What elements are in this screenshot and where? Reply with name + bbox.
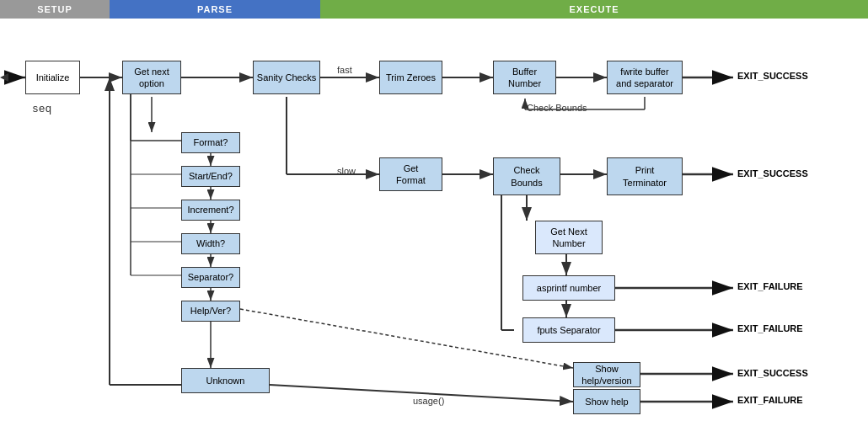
get-next-number-node: Get NextNumber bbox=[535, 221, 603, 254]
execute-label: EXECUTE bbox=[570, 4, 619, 14]
initialize-label: Initialize bbox=[36, 72, 70, 83]
print-terminator-label: PrintTerminator bbox=[623, 164, 667, 189]
increment-q-node: Increment? bbox=[181, 200, 240, 221]
parse-label: PARSE bbox=[197, 4, 233, 14]
show-help-node: Show help bbox=[573, 389, 640, 414]
trim-zeroes-node: Trim Zeroes bbox=[379, 61, 442, 94]
exit-failure-1: EXIT_FAILURE bbox=[737, 281, 803, 291]
fast-label: fast bbox=[337, 65, 352, 75]
fwrite-buffer-node: fwrite bufferand separator bbox=[607, 61, 683, 94]
format-q-node: Format? bbox=[181, 132, 240, 153]
show-help-version-label: Show help/version bbox=[574, 363, 640, 387]
slow-label: slow bbox=[337, 166, 356, 176]
fputs-separator-node: fputs Separator bbox=[522, 317, 615, 343]
exit-success-2: EXIT_SUCCESS bbox=[737, 168, 808, 179]
asprintf-number-label: asprintf number bbox=[537, 282, 601, 294]
header-parse: PARSE bbox=[110, 0, 320, 19]
header-setup: SETUP bbox=[0, 0, 110, 19]
show-help-version-node: Show help/version bbox=[573, 362, 640, 387]
separator-q-label: Separator? bbox=[188, 271, 233, 283]
fwrite-buffer-label: fwrite bufferand separator bbox=[616, 66, 673, 90]
get-next-option-node: Get nextoption bbox=[122, 61, 181, 94]
asprintf-number-node: asprintf number bbox=[522, 275, 615, 301]
increment-q-label: Increment? bbox=[187, 204, 233, 216]
unknown-label: Unknown bbox=[206, 375, 245, 386]
get-next-option-label: Get nextoption bbox=[134, 66, 169, 90]
get-format-node: GetFormat bbox=[379, 157, 442, 191]
print-terminator-node: PrintTerminator bbox=[607, 157, 683, 195]
sanity-checks-label: Sanity Checks bbox=[257, 72, 316, 83]
setup-label: SETUP bbox=[37, 4, 72, 14]
width-q-node: Width? bbox=[181, 233, 240, 254]
exit-failure-2: EXIT_FAILURE bbox=[737, 323, 803, 333]
start-end-q-label: Start/End? bbox=[189, 170, 233, 182]
header-execute: EXECUTE bbox=[320, 0, 868, 19]
exit-success-1: EXIT_SUCCESS bbox=[737, 71, 808, 81]
help-ver-q-node: Help/Ver? bbox=[181, 301, 240, 322]
svg-marker-4 bbox=[0, 73, 8, 82]
buffer-number-label: BufferNumber bbox=[508, 66, 541, 90]
usage-label: usage() bbox=[413, 396, 444, 406]
trim-zeroes-label: Trim Zeroes bbox=[386, 72, 436, 83]
fputs-separator-label: fputs Separator bbox=[537, 324, 600, 336]
sanity-checks-node: Sanity Checks bbox=[253, 61, 320, 94]
show-help-label: Show help bbox=[585, 396, 628, 408]
initialize-node: Initialize bbox=[25, 61, 80, 94]
start-end-q-node: Start/End? bbox=[181, 166, 240, 187]
exit-failure-3: EXIT_FAILURE bbox=[737, 395, 803, 405]
seq-label: seq bbox=[32, 103, 51, 115]
get-format-label: GetFormat bbox=[396, 163, 426, 187]
check-bounds-small-label: Check Bounds bbox=[527, 103, 587, 113]
buffer-number-node: BufferNumber bbox=[493, 61, 556, 94]
check-bounds-node: CheckBounds bbox=[493, 157, 560, 195]
unknown-node: Unknown bbox=[181, 368, 270, 393]
exit-success-3: EXIT_SUCCESS bbox=[737, 368, 808, 378]
check-bounds-label: CheckBounds bbox=[511, 164, 542, 189]
help-ver-q-label: Help/Ver? bbox=[190, 305, 231, 317]
get-next-number-label: Get NextNumber bbox=[550, 226, 587, 250]
width-q-label: Width? bbox=[196, 237, 225, 249]
format-q-label: Format? bbox=[194, 136, 228, 148]
separator-q-node: Separator? bbox=[181, 267, 240, 288]
